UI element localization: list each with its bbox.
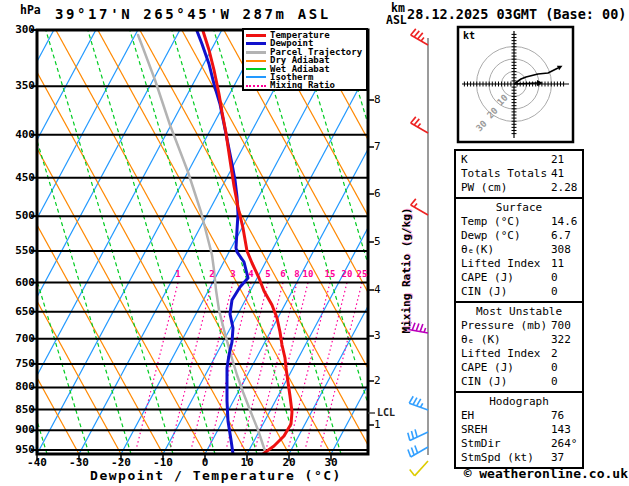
legend-swatch-solid xyxy=(246,68,266,70)
stats-row-value: 76 xyxy=(551,409,564,423)
stats-row-label: Lifted Index xyxy=(461,347,540,360)
wind-barb xyxy=(410,461,428,476)
stats-row-value: 0 xyxy=(551,375,558,389)
wet-adiabat-line xyxy=(214,30,341,454)
km-tick-label: 3 xyxy=(374,329,381,342)
stats-section-header: Surface xyxy=(456,201,582,215)
stats-row-value: 2 xyxy=(551,347,558,361)
km-tick-label: 2 xyxy=(374,374,381,387)
pressure-tick-label: 900 xyxy=(8,423,35,436)
stats-section: Most UnstablePressure (mb)700θₑ (K)322Li… xyxy=(454,301,584,393)
stats-row-value: 37 xyxy=(551,451,564,465)
stats-row-label: EH xyxy=(461,409,474,422)
km-tick-label: 6 xyxy=(374,187,381,200)
stats-row-value: 6.7 xyxy=(551,229,571,243)
stats-row-label: CAPE (J) xyxy=(461,361,514,374)
stats-row: PW (cm)2.28 xyxy=(456,181,582,195)
legend-swatch-solid xyxy=(246,60,266,62)
dry-adiabat-line xyxy=(224,30,457,454)
stats-row-label: θₑ (K) xyxy=(461,333,501,346)
stats-row-label: PW (cm) xyxy=(461,181,507,194)
stats-row-label: Pressure (mb) xyxy=(461,319,547,332)
pressure-tick-label: 700 xyxy=(8,332,35,345)
hodograph-unit-label: kt xyxy=(463,30,475,41)
stats-section: HodographEH76SREH143StmDir264°StmSpd (kt… xyxy=(454,391,584,469)
wind-barb xyxy=(411,117,428,133)
mixing-ratio-value-label: 4 xyxy=(242,269,260,279)
mixing-ratio-value-label: 15 xyxy=(321,269,339,279)
stats-section-header: Most Unstable xyxy=(456,305,582,319)
stats-row-value: 41 xyxy=(551,167,564,181)
stats-row-value: 14.6 xyxy=(551,215,578,229)
wind-barb xyxy=(408,445,428,457)
stats-row-label: StmDir xyxy=(461,437,501,450)
wind-barb xyxy=(409,396,428,410)
stats-row: StmSpd (kt)37 xyxy=(456,451,582,465)
dry-adiabat-line xyxy=(56,30,289,454)
stats-row: Lifted Index2 xyxy=(456,347,582,361)
isotherm-line xyxy=(205,30,432,454)
mixing-ratio-axis-label: Mixing Ratio (g/kg) xyxy=(400,201,413,341)
km-tick-label: 4 xyxy=(374,283,381,296)
pressure-tick-label: 950 xyxy=(8,443,35,456)
legend-item-label: Mixing Ratio xyxy=(270,80,335,90)
legend: TemperatureDewpointParcel TrajectoryDry … xyxy=(242,28,368,91)
skewt-sounding-chart: hPa 39°17'N 265°45'W 287m ASL km ASL 28.… xyxy=(0,0,629,486)
stats-row-value: 0 xyxy=(551,271,558,285)
wet-adiabat-line xyxy=(88,30,215,454)
altitude-axis-unit-asl: ASL xyxy=(386,13,407,27)
dry-adiabat-line xyxy=(14,30,247,454)
pressure-tick-label: 800 xyxy=(8,380,35,393)
stats-row: Totals Totals41 xyxy=(456,167,582,181)
temp-tick-label: 10 xyxy=(230,456,264,469)
stats-row-value: 11 xyxy=(551,257,564,271)
stats-row: Dewp (°C)6.7 xyxy=(456,229,582,243)
mixing-ratio-value-label: 3 xyxy=(224,269,242,279)
stats-row: Pressure (mb)700 xyxy=(456,319,582,333)
stats-row: CAPE (J)0 xyxy=(456,271,582,285)
stats-section-header: Hodograph xyxy=(456,395,582,409)
wind-barb xyxy=(408,429,428,440)
stats-row-value: 308 xyxy=(551,243,571,257)
wind-barb xyxy=(411,199,428,215)
stats-section: SurfaceTemp (°C)14.6Dewp (°C)6.7θₑ(K)308… xyxy=(454,197,584,303)
stats-row: StmDir264° xyxy=(456,437,582,451)
stats-row-value: 143 xyxy=(551,423,571,437)
stats-row-label: Lifted Index xyxy=(461,257,540,270)
legend-swatch-thick xyxy=(246,34,266,37)
wind-barb xyxy=(411,29,428,45)
legend-swatch-dotted xyxy=(246,85,266,87)
temp-tick-label: -30 xyxy=(62,456,96,469)
stats-row: Lifted Index11 xyxy=(456,257,582,271)
stats-row-value: 2.28 xyxy=(551,181,578,195)
legend-swatch-solid xyxy=(246,76,266,78)
stats-row: K21 xyxy=(456,153,582,167)
mixing-ratio-value-label: 10 xyxy=(299,269,317,279)
stats-section: K21Totals Totals41PW (cm)2.28 xyxy=(454,149,584,199)
km-tick-label: 8 xyxy=(374,93,381,106)
isotherm-line xyxy=(79,30,306,454)
wet-adiabat-line xyxy=(0,30,5,454)
stats-row-value: 0 xyxy=(551,361,558,375)
pressure-tick-label: 300 xyxy=(8,23,35,36)
pressure-tick-label: 550 xyxy=(8,244,35,257)
stats-row: EH76 xyxy=(456,409,582,423)
stats-row-label: K xyxy=(461,153,468,166)
isotherm-line xyxy=(37,30,264,454)
stats-row: CAPE (J)0 xyxy=(456,361,582,375)
temp-tick-label: -40 xyxy=(20,456,54,469)
isotherm-line xyxy=(121,30,348,454)
mixing-ratio-value-label: 1 xyxy=(169,269,187,279)
temp-tick-label: 30 xyxy=(314,456,348,469)
temp-tick-label: -20 xyxy=(104,456,138,469)
stats-row-value: 264° xyxy=(551,437,578,451)
dewpoint-curve xyxy=(197,31,248,454)
legend-swatch-thick xyxy=(246,51,266,54)
watermark: © weatheronline.co.uk xyxy=(450,466,628,481)
pressure-tick-label: 850 xyxy=(8,403,35,416)
pressure-tick-label: 750 xyxy=(8,357,35,370)
pressure-tick-label: 450 xyxy=(8,171,35,184)
pressure-tick-label: 600 xyxy=(8,276,35,289)
isotherm-line xyxy=(247,30,474,454)
stats-row-label: StmSpd (kt) xyxy=(461,451,534,464)
